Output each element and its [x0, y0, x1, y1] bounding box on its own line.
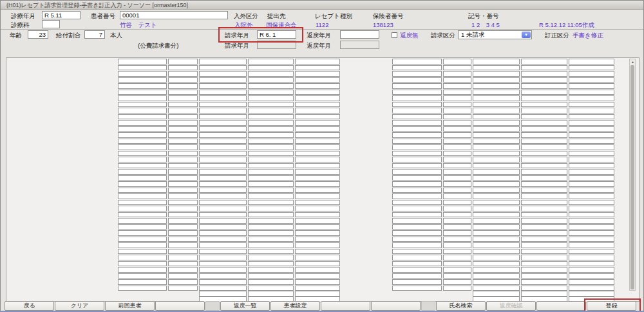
table-cell[interactable]	[392, 144, 442, 150]
table-cell[interactable]	[521, 114, 567, 120]
table-cell[interactable]	[521, 261, 567, 267]
table-cell[interactable]	[473, 144, 520, 150]
table-cell[interactable]	[199, 83, 247, 89]
table-cell[interactable]	[295, 279, 340, 285]
blank-button[interactable]	[155, 301, 205, 311]
table-cell[interactable]	[569, 65, 614, 71]
table-cell[interactable]	[168, 279, 198, 285]
table-cell[interactable]	[118, 212, 167, 218]
table-cell[interactable]	[118, 83, 167, 89]
table-cell[interactable]	[199, 200, 247, 206]
table-cell[interactable]	[199, 249, 247, 255]
table-cell[interactable]	[248, 218, 294, 224]
table-cell[interactable]	[569, 200, 614, 206]
table-cell[interactable]	[199, 120, 247, 126]
table-cell[interactable]	[295, 193, 340, 199]
table-cell[interactable]	[569, 175, 614, 181]
table-cell[interactable]	[521, 95, 567, 101]
table-cell[interactable]	[473, 169, 520, 175]
table-cell[interactable]	[473, 126, 520, 132]
table-cell[interactable]	[168, 95, 198, 101]
table-cell[interactable]	[392, 255, 442, 260]
table-cell[interactable]	[168, 267, 198, 273]
table-cell[interactable]	[443, 255, 471, 260]
table-cell[interactable]	[118, 188, 167, 193]
table-cell[interactable]	[521, 249, 567, 255]
table-cell[interactable]	[569, 218, 614, 224]
table-cell[interactable]	[168, 261, 198, 267]
table-cell[interactable]	[443, 83, 471, 89]
table-cell[interactable]	[521, 59, 567, 64]
table-cell[interactable]	[118, 175, 167, 181]
table-cell[interactable]	[248, 249, 294, 255]
table-cell[interactable]	[295, 242, 340, 248]
table-cell[interactable]	[392, 139, 442, 144]
table-cell[interactable]	[118, 144, 167, 150]
table-cell[interactable]	[168, 163, 198, 169]
table-cell[interactable]	[248, 200, 294, 206]
table-cell[interactable]	[443, 144, 471, 150]
table-cell[interactable]	[521, 144, 567, 150]
table-cell[interactable]	[443, 279, 471, 285]
table-cell[interactable]	[473, 218, 520, 224]
table-cell[interactable]	[168, 65, 198, 71]
table-cell[interactable]	[569, 132, 614, 138]
table-cell[interactable]	[295, 71, 340, 77]
table-cell[interactable]	[473, 83, 520, 89]
table-cell[interactable]	[443, 193, 471, 199]
table-cell[interactable]	[118, 139, 167, 144]
table-cell[interactable]	[473, 90, 520, 95]
table-cell[interactable]	[392, 212, 442, 218]
table-cell[interactable]	[473, 95, 520, 101]
table-cell[interactable]	[392, 286, 442, 291]
table-cell[interactable]	[168, 273, 198, 279]
table-cell[interactable]	[569, 120, 614, 126]
table-cell[interactable]	[248, 120, 294, 126]
table-cell[interactable]	[168, 169, 198, 175]
table-cell[interactable]	[199, 237, 247, 242]
seikyu-nengetsu-input[interactable]: R 6. 1	[257, 30, 296, 39]
table-cell[interactable]	[443, 139, 471, 144]
table-cell[interactable]	[168, 126, 198, 132]
table-cell[interactable]	[118, 193, 167, 199]
table-cell[interactable]	[392, 206, 442, 211]
table-cell[interactable]	[521, 163, 567, 169]
table-cell[interactable]	[295, 151, 340, 157]
table-cell[interactable]	[248, 95, 294, 101]
shinryoka-input[interactable]	[42, 20, 60, 28]
table-cell[interactable]	[569, 77, 614, 83]
table-cell[interactable]	[199, 181, 247, 187]
table-cell[interactable]	[392, 279, 442, 285]
table-cell[interactable]	[295, 108, 340, 113]
table-cell[interactable]	[569, 157, 614, 162]
table-cell[interactable]	[199, 157, 247, 162]
table-cell[interactable]	[168, 83, 198, 89]
table-cell[interactable]	[443, 157, 471, 162]
table-cell[interactable]	[392, 218, 442, 224]
table-cell[interactable]	[295, 175, 340, 181]
table-cell[interactable]	[521, 286, 567, 291]
table-cell[interactable]	[118, 218, 167, 224]
table-cell[interactable]	[168, 114, 198, 120]
table-cell[interactable]	[199, 95, 247, 101]
table-cell[interactable]	[248, 132, 294, 138]
table-cell[interactable]	[118, 151, 167, 157]
table-cell[interactable]	[521, 188, 567, 193]
table-cell[interactable]	[168, 237, 198, 242]
table-cell[interactable]	[443, 224, 471, 230]
table-cell[interactable]	[443, 200, 471, 206]
table-cell[interactable]	[443, 273, 471, 279]
table-cell[interactable]	[473, 286, 520, 291]
table-cell[interactable]	[569, 206, 614, 211]
table-cell[interactable]	[295, 206, 340, 211]
table-cell[interactable]	[569, 273, 614, 279]
table-cell[interactable]	[521, 255, 567, 260]
back-button[interactable]: 戻る	[5, 301, 54, 311]
table-cell[interactable]	[199, 169, 247, 175]
table-cell[interactable]	[168, 242, 198, 248]
table-cell[interactable]	[168, 157, 198, 162]
table-cell[interactable]	[473, 279, 520, 285]
table-cell[interactable]	[248, 237, 294, 242]
table-cell[interactable]	[295, 144, 340, 150]
table-cell[interactable]	[199, 286, 247, 291]
